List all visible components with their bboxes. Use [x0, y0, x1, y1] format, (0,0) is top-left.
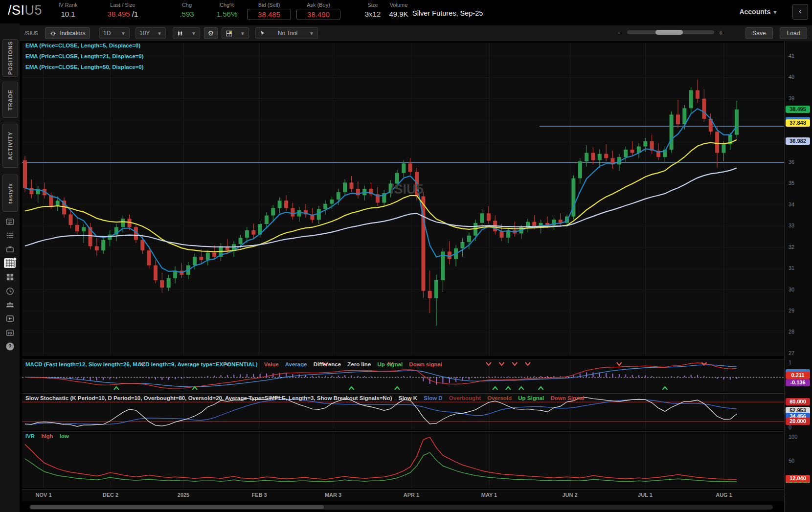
main-chart-canvas[interactable] [22, 43, 784, 356]
help-nav[interactable]: ? [0, 340, 20, 353]
price-tick: 35 [789, 180, 794, 186]
return-box-nav[interactable] [0, 312, 20, 325]
community-nav[interactable] [0, 298, 20, 311]
sidebar-tab-positions[interactable]: POSITIONS [2, 39, 18, 77]
timeframe-dropdown[interactable]: 1D▼ [99, 27, 130, 39]
chart-grid-nav[interactable] [0, 257, 20, 269]
trading-platform-window: /SIU5 IV Rank 10.1 Last / Size 38.495 /1… [0, 0, 812, 512]
news-icon [5, 217, 15, 226]
time-axis-label: FEB 3 [251, 492, 267, 498]
chart-layout-dropdown[interactable]: ▼ [222, 27, 249, 39]
dashboard-icon [5, 272, 15, 282]
ema5-study-label[interactable]: EMA (Price=CLOSE, Length=5, Displace=0) [25, 43, 140, 48]
chart-type-dropdown[interactable]: ▼ [173, 27, 200, 39]
price-tick: 40 [789, 74, 794, 80]
scrollbar-handle[interactable] [30, 505, 324, 509]
accounts-menu[interactable]: Accounts ▼ [739, 8, 778, 16]
ivr-axis-tick: 50 [789, 458, 794, 464]
time-axis-label: MAR 3 [325, 492, 341, 498]
tv-icon [5, 245, 15, 254]
macd-axis-tick: 1 [789, 359, 791, 365]
price-tick: 31 [789, 265, 794, 271]
price-tick: 32 [789, 244, 794, 250]
sidebar-tab-trade[interactable]: TRADE [2, 82, 18, 118]
price-panel [22, 43, 784, 356]
chevron-down-icon: ▼ [240, 31, 245, 36]
stochastic-study-label[interactable]: Slow Stochastic (K Period=10, D Period=1… [25, 395, 589, 401]
symbol-title: /SIU5 [8, 3, 42, 18]
ema21-value-badge: 37.848 [786, 119, 810, 127]
price-tick: 29 [789, 308, 794, 313]
ivr-panel [22, 431, 784, 488]
zoom-in-button[interactable]: + [719, 29, 723, 37]
history-clock-nav[interactable] [0, 285, 20, 297]
svg-text:?: ? [8, 344, 11, 349]
time-axis-label: AUG 1 [716, 492, 732, 498]
chevron-down-icon: ▼ [772, 9, 778, 15]
time-axis-label: NOV 1 [35, 492, 51, 498]
tv-nav[interactable] [0, 243, 20, 256]
svg-text:FX: FX [7, 331, 12, 335]
sidebar-tab-tastyfx[interactable]: tastyfx [2, 175, 18, 212]
field-last-size: Last / Size 38.495 /1 [96, 2, 150, 18]
cursor-icon [259, 30, 266, 37]
price-tick: 28 [789, 329, 794, 334]
chart-toolbar: /SIU5 Indicators 1D▼ 10Y▼ ▼ ⚙ ▼ No Tool … [20, 25, 812, 41]
price-tick: 39 [789, 95, 794, 101]
time-axis-label: APR 1 [404, 492, 419, 498]
stoch-axis-tick: 0 [789, 424, 791, 430]
sidebar-tab-label: ACTIVITY [7, 132, 13, 160]
sidebar-tab-activity[interactable]: ACTIVITY [2, 124, 18, 168]
fx-nav[interactable]: FX [0, 326, 20, 339]
time-axis-label: DEC 2 [103, 492, 118, 498]
gear-icon: ⚙ [208, 29, 214, 37]
stoch-badge: 80.000 [786, 398, 810, 405]
save-button[interactable]: Save [745, 27, 773, 39]
horizontal-scrollbar[interactable] [29, 505, 773, 510]
ema50-study-label[interactable]: EMA (Price=CLOSE, Length=50, Displace=0) [25, 64, 143, 70]
ema50-value-badge: 36.982 [786, 137, 810, 145]
price-tick: 36 [789, 159, 794, 165]
chevron-down-icon: ▼ [191, 31, 196, 36]
chart-settings-button[interactable]: ⚙ [204, 27, 218, 39]
sidebar-tab-label: TRADE [7, 89, 13, 111]
candlestick-icon [177, 30, 184, 37]
chart-watermark: /SIU5 [390, 182, 424, 197]
macd-study-label[interactable]: MACD (Fast length=12, Slow length=26, MA… [25, 361, 447, 367]
price-tick: 30 [789, 287, 794, 292]
sidebar-tab-label: POSITIONS [7, 41, 13, 75]
field-iv-rank: IV Rank 10.1 [51, 2, 85, 18]
drawing-tool-dropdown[interactable]: No Tool ▼ [255, 27, 318, 39]
price-axis[interactable]: 41403938373635343332313029282738.49537.8… [784, 41, 812, 512]
chevron-down-icon: ▼ [309, 31, 314, 36]
time-axis-label: JUN 2 [562, 492, 577, 498]
collapse-panel-button[interactable]: ‹ [792, 4, 808, 20]
ivr-canvas[interactable] [22, 432, 784, 488]
bid-button[interactable]: Bid (Sell) 38.485 [247, 2, 291, 20]
news-nav[interactable] [0, 215, 20, 228]
dashboard-nav[interactable] [0, 271, 20, 284]
time-axis: NOV 1DEC 22025FEB 3MAR 3APR 1MAY 1JUN 2J… [22, 489, 812, 501]
load-button[interactable]: Load [780, 27, 807, 39]
ask-button[interactable]: Ask (Buy) 38.490 [296, 2, 340, 20]
zoom-slider[interactable] [627, 30, 714, 34]
history-clock-icon [5, 287, 15, 296]
ema21-study-label[interactable]: EMA (Price=CLOSE, Length=21, Displace=0) [25, 53, 143, 59]
time-axis-label: 2025 [178, 492, 189, 498]
field-chg-pct: Chg% 1.56% [211, 2, 243, 18]
field-volume: Volume 49.9K [385, 2, 412, 18]
left-sidebar: POSITIONSTRADEACTIVITYtastyfxFX? [0, 23, 20, 512]
zoom-slider-handle[interactable] [655, 30, 683, 35]
ivr-study-label[interactable]: IVR high low [25, 433, 74, 439]
zoom-out-button[interactable]: - [618, 29, 620, 37]
watchlist-nav[interactable] [0, 229, 20, 242]
indicators-button[interactable]: Indicators [45, 27, 90, 39]
return-box-icon [5, 314, 15, 323]
help-icon: ? [5, 342, 15, 351]
last-price-badge: 38.495 [786, 106, 810, 113]
macd-value-badge: 0.211 [786, 372, 810, 379]
chevron-down-icon: ▼ [157, 31, 162, 36]
range-dropdown[interactable]: 10Y▼ [135, 27, 166, 39]
sidebar-tab-label: tastyfx [7, 183, 13, 203]
macd-diff-badge: -0.136 [786, 379, 810, 386]
